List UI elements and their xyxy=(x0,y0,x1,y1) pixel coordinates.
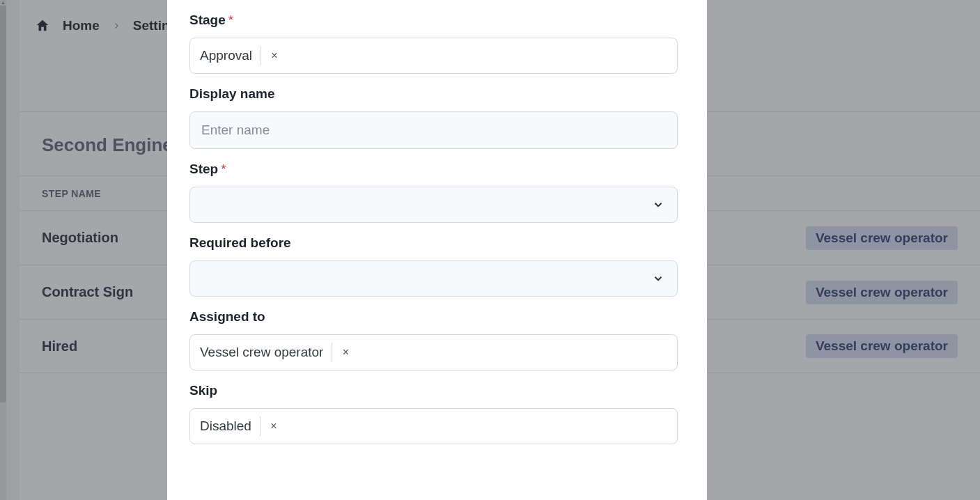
step-select[interactable] xyxy=(189,187,678,223)
field-assigned-to: Assigned to Vessel crew operator × xyxy=(189,309,678,370)
step-label-text: Step xyxy=(189,162,218,176)
display-name-input[interactable] xyxy=(189,111,678,149)
stage-select[interactable]: Approval × xyxy=(189,38,678,74)
required-before-select[interactable] xyxy=(189,260,678,297)
required-before-label: Required before xyxy=(189,235,678,251)
assigned-to-value: Vessel crew operator xyxy=(200,345,323,360)
required-star-icon: * xyxy=(221,162,226,176)
stage-label: Stage* xyxy=(189,13,678,28)
field-skip: Skip Disabled × xyxy=(189,383,678,444)
stage-label-text: Stage xyxy=(189,13,226,27)
clear-skip-icon[interactable]: × xyxy=(269,420,279,432)
stage-value: Approval xyxy=(200,48,252,63)
field-required-before: Required before xyxy=(189,235,678,297)
display-name-label: Display name xyxy=(189,86,678,102)
skip-chip: Disabled × xyxy=(200,416,279,436)
skip-value: Disabled xyxy=(200,419,251,434)
edit-step-modal: Stage* Approval × Display name Step* Req… xyxy=(167,0,707,500)
chevron-down-icon xyxy=(652,272,664,285)
field-display-name: Display name xyxy=(189,86,678,149)
skip-label: Skip xyxy=(189,383,678,398)
clear-assigned-to-icon[interactable]: × xyxy=(341,346,350,359)
field-stage: Stage* Approval × xyxy=(189,13,678,74)
chip-separator xyxy=(260,46,261,65)
chevron-down-icon xyxy=(652,198,664,211)
clear-stage-icon[interactable]: × xyxy=(270,49,279,62)
skip-select[interactable]: Disabled × xyxy=(189,408,678,444)
chip-separator xyxy=(260,416,260,436)
assigned-to-label: Assigned to xyxy=(189,309,678,325)
assigned-to-select[interactable]: Vessel crew operator × xyxy=(189,334,678,370)
step-label: Step* xyxy=(189,162,678,177)
assigned-to-chip: Vessel crew operator × xyxy=(200,343,350,362)
required-star-icon: * xyxy=(228,13,233,27)
stage-chip: Approval × xyxy=(200,46,279,65)
chip-separator xyxy=(332,343,332,362)
field-step: Step* xyxy=(189,162,678,223)
